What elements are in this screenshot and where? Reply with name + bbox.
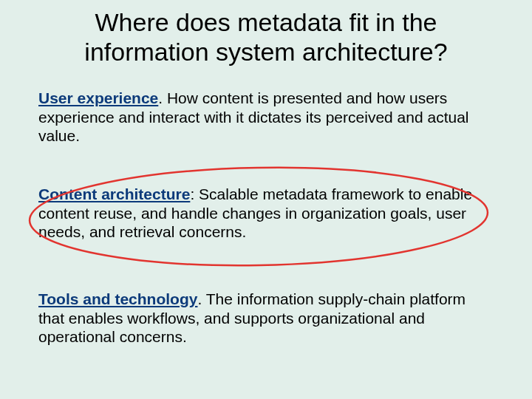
section-lead: User experience: [38, 89, 158, 106]
section-lead: Content architecture: [38, 185, 190, 202]
section-user-experience: User experience. How content is presente…: [38, 89, 488, 146]
section-tools-technology: Tools and technology. The information su…: [38, 290, 488, 347]
slide-title: Where does metadata fit in the informati…: [0, 7, 532, 66]
section-sep: .: [158, 89, 167, 106]
section-sep: .: [197, 290, 205, 307]
section-content-architecture: Content architecture: Scalable metadata …: [38, 185, 488, 242]
slide: Where does metadata fit in the informati…: [0, 0, 532, 399]
section-lead: Tools and technology: [38, 290, 197, 307]
section-sep: :: [190, 185, 199, 202]
